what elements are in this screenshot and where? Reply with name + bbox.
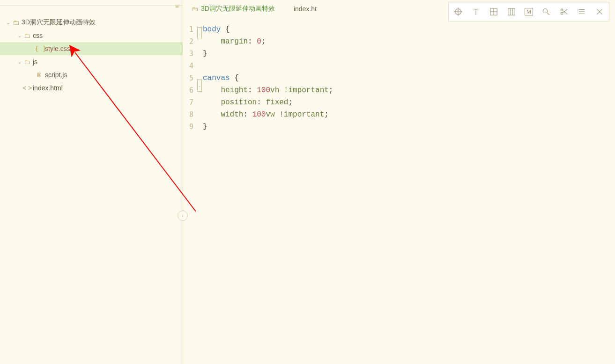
- colon: :: [248, 37, 257, 46]
- fold-gutter: - -: [196, 22, 203, 364]
- brace: }: [203, 123, 207, 131]
- line-number: 2: [183, 36, 196, 48]
- close-icon[interactable]: [595, 7, 604, 16]
- fold-toggle-icon[interactable]: -: [197, 27, 202, 39]
- folder-icon: 🗀: [22, 58, 32, 66]
- css-selector: canvas: [203, 74, 230, 82]
- tree-css-folder[interactable]: ⌄ 🗀 css: [0, 29, 183, 42]
- chevron-down-icon: ⌄: [16, 59, 22, 65]
- semicolon: ;: [329, 86, 333, 95]
- colon: :: [248, 86, 257, 95]
- line-number: 4: [183, 60, 196, 72]
- line-number: 5: [183, 72, 196, 84]
- code-content[interactable]: body { margin: 0; } canvas { height: 100…: [203, 22, 615, 364]
- tree-js-folder[interactable]: ⌄ 🗀 js: [0, 55, 183, 68]
- css-number: 100: [252, 110, 266, 119]
- tree-script-label: script.js: [44, 71, 67, 79]
- columns-icon[interactable]: [507, 7, 516, 16]
- css-number: 0: [257, 37, 261, 46]
- line-number: 8: [183, 109, 196, 121]
- js-file-icon: 🗎: [35, 71, 44, 79]
- colon: :: [257, 98, 266, 107]
- open-file-label: index.ht: [294, 5, 317, 13]
- sidebar-top-strip: ≡: [0, 0, 183, 6]
- tree-root-folder[interactable]: ⌄ 🗀 3D洞穴无限延伸动画特效: [0, 16, 183, 29]
- css-selector: body: [203, 25, 221, 34]
- tree-root-label: 3D洞穴无限延伸动画特效: [21, 18, 96, 27]
- file-explorer: ≡ ⌄ 🗀 3D洞穴无限延伸动画特效 ⌄ 🗀 css { } style.css…: [0, 0, 183, 364]
- code-area[interactable]: 1 2 3 4 5 6 7 8 9 - - body { margin: 0; …: [183, 18, 615, 364]
- css-file-icon: { }: [35, 45, 44, 52]
- file-tree: ⌄ 🗀 3D洞穴无限延伸动画特效 ⌄ 🗀 css { } style.css ⌄…: [0, 6, 183, 95]
- folder-icon: 🗀: [22, 32, 32, 39]
- html-file-icon: < >: [22, 84, 32, 92]
- menu-icon[interactable]: [577, 7, 586, 16]
- m-icon[interactable]: M: [525, 8, 533, 15]
- tree-style-label: style.css: [44, 45, 70, 52]
- svg-point-13: [561, 9, 563, 11]
- crosshair-icon[interactable]: [453, 7, 463, 16]
- brace: {: [221, 25, 230, 34]
- semicolon: ;: [288, 98, 293, 107]
- line-number: 9: [183, 121, 196, 133]
- scissors-icon[interactable]: [559, 7, 569, 16]
- svg-point-14: [561, 12, 563, 15]
- tree-index-label: index.html: [32, 84, 63, 92]
- css-property: position: [221, 98, 257, 107]
- search-icon[interactable]: [541, 7, 551, 16]
- css-number: 100: [257, 86, 270, 95]
- css-important: !important: [284, 86, 329, 95]
- css-value: fixed: [266, 98, 288, 107]
- folder-icon: 🗀: [11, 19, 21, 26]
- css-unit: vw: [266, 110, 274, 119]
- semicolon: ;: [261, 37, 266, 46]
- line-number: 3: [183, 48, 196, 60]
- editor-toolbar: M: [448, 2, 609, 22]
- tree-js-label: js: [32, 58, 37, 66]
- space: [275, 110, 280, 119]
- line-number: 6: [183, 84, 196, 96]
- fold-toggle-icon[interactable]: -: [197, 80, 202, 92]
- line-number: 7: [183, 96, 196, 109]
- svg-point-11: [543, 9, 548, 13]
- tree-style-file[interactable]: { } style.css: [0, 42, 183, 55]
- space: [279, 86, 284, 95]
- sidebar-collapse-button[interactable]: ‹: [178, 211, 188, 221]
- brace: {: [230, 74, 239, 82]
- breadcrumb-label: 3D洞穴无限延伸动画特效: [201, 5, 275, 13]
- sidebar-menu-icon[interactable]: ≡: [175, 4, 179, 8]
- css-property: margin: [221, 37, 248, 46]
- svg-line-12: [547, 13, 549, 15]
- line-number-gutter: 1 2 3 4 5 6 7 8 9: [183, 22, 196, 364]
- tree-index-file[interactable]: < > index.html: [0, 81, 183, 95]
- folder-icon: 🗀: [192, 5, 198, 13]
- semicolon: ;: [324, 110, 329, 119]
- css-important: !important: [279, 110, 324, 119]
- brace: }: [203, 50, 207, 58]
- css-property: width: [221, 110, 243, 119]
- css-property: height: [221, 86, 248, 95]
- app-root: ≡ ⌄ 🗀 3D洞穴无限延伸动画特效 ⌄ 🗀 css { } style.css…: [0, 0, 615, 364]
- line-number: 1: [183, 23, 196, 36]
- editor-pane: 🗀 3D洞穴无限延伸动画特效 index.ht M 1 2 3 4: [183, 0, 615, 364]
- tree-script-file[interactable]: 🗎 script.js: [0, 68, 183, 81]
- svg-rect-8: [508, 8, 515, 15]
- t-icon[interactable]: [471, 7, 481, 16]
- tree-css-label: css: [32, 32, 43, 39]
- colon: :: [243, 110, 252, 119]
- grid-icon[interactable]: [489, 7, 498, 16]
- chevron-down-icon: ⌄: [16, 33, 22, 39]
- breadcrumb-tab[interactable]: 🗀 3D洞穴无限延伸动画特效: [189, 3, 278, 15]
- chevron-down-icon: ⌄: [5, 20, 11, 26]
- open-file-tab[interactable]: index.ht: [291, 3, 319, 15]
- css-unit: vh: [270, 86, 279, 95]
